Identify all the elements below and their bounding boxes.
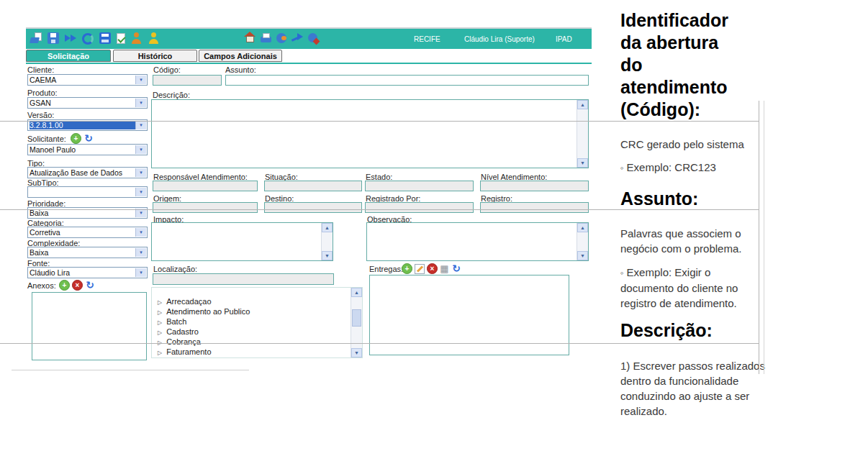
chevron-down-icon[interactable]: ▼ [135, 228, 146, 237]
tab-solicitacao[interactable]: Solicitação [26, 50, 111, 62]
document-check-icon[interactable] [117, 33, 125, 44]
chevron-down-icon[interactable]: ▼ [135, 76, 146, 84]
scroll-up-icon[interactable]: ▲ [577, 223, 588, 232]
categoria-select[interactable]: Corretiva ▼ [27, 227, 148, 238]
scrollbar[interactable]: ▲ ▼ [351, 288, 362, 357]
scrollbar[interactable]: ▲ ▼ [577, 100, 588, 168]
complexidade-select[interactable]: Baixa ▼ [27, 247, 148, 258]
situacao-input[interactable] [264, 181, 362, 191]
chevron-down-icon[interactable]: ▼ [135, 145, 146, 154]
scroll-up-icon[interactable]: ▲ [322, 223, 333, 232]
add-icon[interactable]: + [402, 263, 412, 274]
redirect-arrow-icon[interactable] [291, 32, 303, 43]
nivel-atendimento-input[interactable] [480, 181, 589, 191]
tree-item[interactable]: ▷Cobrança [158, 337, 201, 346]
chevron-down-icon[interactable]: ▼ [135, 168, 146, 177]
localization-tree[interactable]: ▷Arrecadaçao ▷Atendimento ao Publico ▷Ba… [151, 287, 363, 358]
tree-item[interactable]: ▷Faturamento [158, 347, 212, 356]
assunto-input[interactable] [225, 75, 589, 86]
user-orange-icon[interactable] [131, 32, 143, 44]
registro-input[interactable] [480, 202, 589, 213]
expand-arrow-icon[interactable]: ▷ [158, 329, 162, 336]
solicitante-select[interactable]: Manoel Paulo ▼ [27, 144, 148, 155]
tab-historico[interactable]: Histórico [113, 50, 197, 62]
globe-icon[interactable] [276, 33, 286, 43]
note-bullet-assunto: ◦Exemplo: Exigir o documento do cliente … [620, 265, 764, 311]
expand-arrow-icon[interactable]: ▷ [158, 319, 162, 326]
registrado-por-input[interactable] [365, 202, 474, 213]
scroll-thumb[interactable] [352, 309, 361, 327]
scroll-down-icon[interactable]: ▼ [577, 251, 588, 260]
chevron-down-icon[interactable]: ▼ [135, 99, 146, 107]
tree-item[interactable]: ▷Arrecadaçao [158, 297, 212, 306]
chevron-down-icon[interactable]: ▼ [135, 188, 146, 196]
codigo-input[interactable] [153, 75, 222, 86]
media-icon[interactable] [99, 32, 111, 44]
origem-input[interactable] [153, 202, 258, 213]
localizacao-input[interactable] [153, 273, 334, 285]
admin-tools-icon[interactable] [308, 33, 317, 42]
categoria-value: Corretiva [30, 228, 135, 237]
anexos-actions: + × ↻ [59, 280, 95, 291]
cliente-value: CAEMA [30, 76, 135, 84]
expand-arrow-icon[interactable]: ▷ [158, 350, 162, 356]
open-folder-icon[interactable] [30, 32, 42, 44]
print-icon[interactable] [261, 37, 271, 42]
tree-item[interactable]: ▷Atendimento ao Publico [158, 307, 250, 316]
note-heading-assunto: Assunto: [620, 188, 757, 210]
subtipo-select[interactable]: ▼ [27, 186, 148, 198]
delete-icon[interactable]: × [427, 263, 438, 274]
fast-forward-icon[interactable] [65, 32, 76, 44]
tipo-value: Atualização Base de Dados [30, 168, 135, 177]
tree-item[interactable]: ▷Batch [158, 317, 186, 326]
chevron-down-icon[interactable]: ▼ [135, 121, 146, 129]
home-icon[interactable] [244, 32, 256, 43]
scrollbar[interactable]: ▲ ▼ [321, 223, 333, 260]
bullet-icon: ◦ [620, 163, 624, 173]
cliente-select[interactable]: CAEMA ▼ [27, 74, 148, 86]
tree-item[interactable]: ▷Cadastro [158, 327, 199, 336]
chevron-down-icon[interactable]: ▼ [135, 248, 146, 257]
add-icon[interactable]: + [59, 280, 70, 291]
scroll-up-icon[interactable]: ▲ [577, 100, 588, 109]
solicitante-label: Solicitante: [27, 135, 66, 143]
delete-icon[interactable]: × [72, 280, 83, 291]
responsavel-input[interactable] [153, 181, 258, 191]
estado-input[interactable] [365, 181, 474, 191]
fonte-select[interactable]: Cláudio Lira ▼ [27, 267, 148, 278]
table-icon[interactable]: ▦ [440, 264, 449, 273]
scroll-down-icon[interactable]: ▼ [322, 251, 333, 260]
refresh-icon[interactable]: ↻ [85, 281, 95, 290]
descricao-textarea[interactable]: ▲ ▼ [151, 99, 589, 168]
expand-arrow-icon[interactable]: ▷ [158, 309, 162, 316]
header-terminal: IPAD [556, 35, 572, 43]
tree-item-label: Faturamento [166, 347, 211, 356]
refresh-icon[interactable]: ↻ [451, 264, 461, 273]
anexos-list[interactable] [32, 292, 147, 360]
scrollbar[interactable]: ▲ ▼ [577, 223, 588, 260]
scroll-up-icon[interactable]: ▲ [351, 288, 362, 297]
descricao-label: Descrição: [153, 91, 190, 99]
refresh-icon[interactable] [82, 33, 94, 45]
tree-item-label: Atendimento ao Publico [166, 307, 250, 316]
edit-icon[interactable] [415, 264, 425, 274]
divider-line [764, 101, 764, 374]
destino-input[interactable] [264, 202, 362, 213]
tree-item-label: Batch [166, 317, 186, 326]
tipo-select[interactable]: Atualização Base de Dados ▼ [27, 167, 148, 178]
entregas-actions: + × ▦ ↻ [402, 263, 461, 274]
note-body-descricao: 1) Escrever passos realizados dentro da … [620, 358, 775, 419]
cliente-label: Cliente: [27, 65, 54, 74]
impacto-textarea[interactable]: ▲ ▼ [151, 222, 333, 261]
observacao-textarea[interactable]: ▲ ▼ [366, 222, 589, 261]
tab-campos-adicionais[interactable]: Campos Adicionais [199, 50, 282, 62]
user-yellow-icon[interactable] [148, 32, 160, 44]
expand-arrow-icon[interactable]: ▷ [158, 299, 162, 306]
scroll-down-icon[interactable]: ▼ [577, 158, 588, 168]
chevron-down-icon[interactable]: ▼ [135, 268, 146, 277]
refresh-icon[interactable]: ↻ [83, 134, 94, 143]
save-icon[interactable] [48, 32, 59, 44]
produto-select[interactable]: GSAN ▼ [27, 97, 148, 109]
add-icon[interactable]: + [71, 133, 81, 144]
scroll-down-icon[interactable]: ▼ [351, 348, 362, 357]
